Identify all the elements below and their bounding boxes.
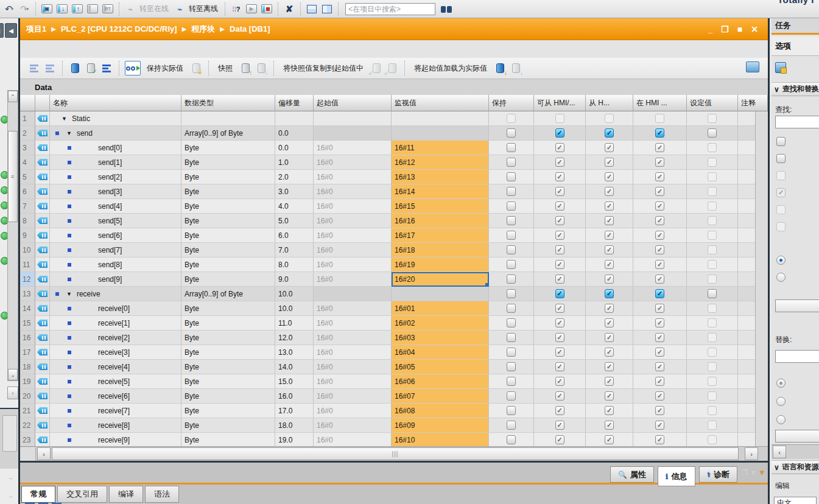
monitor-value-cell[interactable]: 16#10 [392, 433, 489, 447]
start-value-cell[interactable]: 16#0 [314, 243, 392, 257]
minimize-icon[interactable]: _ [708, 25, 712, 33]
retain-checkbox[interactable] [507, 128, 516, 138]
start-value-cell[interactable]: 16#0 [314, 331, 392, 345]
datatype-cell[interactable]: Byte [181, 389, 275, 404]
retain-checkbox[interactable] [507, 348, 516, 357]
retain-checkbox[interactable] [507, 260, 516, 269]
go-online-label[interactable]: 转至在线 [139, 4, 169, 14]
scroll-down-icon[interactable]: ⌄ [8, 369, 18, 380]
setpoint-checkbox[interactable] [708, 333, 717, 342]
retain-checkbox[interactable] [507, 333, 516, 342]
column-header-10[interactable]: 在 HMI ... [633, 95, 687, 111]
monitor-value-cell[interactable]: 16#05 [392, 360, 489, 374]
hmi-visible-checkbox[interactable]: ✓ [655, 421, 664, 430]
load-start-values-label[interactable]: 将起始值加载为实际值 [414, 63, 487, 74]
scroll-right-icon[interactable]: › [745, 447, 758, 460]
setpoint-checkbox[interactable] [708, 304, 717, 313]
name-cell[interactable]: send[1] [50, 155, 181, 170]
start-value-cell[interactable]: 16#0 [314, 418, 392, 433]
hmi-writable-checkbox[interactable]: ✓ [605, 216, 614, 225]
setpoint-checkbox[interactable] [708, 114, 717, 123]
name-cell[interactable]: receive[4] [50, 360, 181, 374]
scroll-left-icon[interactable]: ‹ [773, 446, 786, 458]
hmi-visible-checkbox[interactable]: ✓ [655, 289, 664, 298]
hidden-text-checkbox[interactable]: ✓ [776, 188, 786, 197]
column-header-12[interactable]: 注释 [738, 95, 768, 111]
hmi-accessible-checkbox[interactable]: ✓ [555, 391, 564, 401]
replace-button[interactable] [775, 430, 819, 443]
row-number[interactable]: 8 [20, 214, 35, 228]
datatype-cell[interactable]: Byte [181, 272, 275, 287]
start-value-cell[interactable]: 16#0 [314, 184, 392, 199]
chevron-down-icon[interactable]: ∨ [774, 463, 779, 472]
datatype-cell[interactable]: Byte [181, 374, 275, 389]
tree-scroll-right-icon[interactable]: › [7, 387, 18, 399]
runtime-icon[interactable]: RT [101, 2, 114, 16]
start-value-cell[interactable]: 16#0 [314, 155, 392, 170]
hmi-visible-checkbox[interactable]: ✓ [655, 333, 664, 342]
row-number[interactable]: 16 [20, 331, 35, 345]
scroll-left-icon[interactable]: ‹ [37, 447, 51, 460]
datatype-cell[interactable]: Byte [181, 155, 275, 170]
hmi-visible-checkbox[interactable]: ✓ [655, 348, 664, 357]
upload-from-device-icon[interactable]: ↑ [71, 2, 84, 16]
start-value-cell[interactable] [314, 126, 392, 141]
hmi-visible-checkbox[interactable]: ✓ [655, 377, 664, 386]
setpoint-checkbox[interactable] [708, 377, 717, 386]
name-cell[interactable]: ▼send [50, 126, 181, 141]
find-replace-section[interactable]: ∨ 查找和替换 [772, 82, 819, 96]
setpoint-checkbox[interactable] [708, 260, 717, 269]
scroll-up-icon[interactable]: ⌃ [8, 91, 18, 102]
hmi-visible-checkbox[interactable]: ✓ [655, 245, 664, 254]
name-cell[interactable]: ▼receive [50, 287, 181, 301]
setpoint-checkbox[interactable] [708, 201, 717, 211]
row-number[interactable]: 1 [20, 111, 35, 126]
find-replace-icon[interactable] [775, 62, 786, 73]
name-cell[interactable]: send[2] [50, 170, 181, 184]
setpoint-checkbox[interactable] [708, 391, 717, 401]
retain-checkbox[interactable] [507, 377, 516, 386]
save-window-icon[interactable]: ▣ [40, 2, 54, 16]
setpoint-checkbox[interactable] [708, 275, 717, 284]
retain-checkbox[interactable] [507, 245, 516, 254]
setpoint-checkbox[interactable] [708, 245, 717, 254]
replace-input[interactable] [775, 350, 819, 363]
scrollbar-thumb[interactable]: ||| [52, 447, 739, 460]
bottom-tab-1[interactable]: 交叉引用 [57, 486, 107, 503]
download-to-device-icon[interactable]: ↓ [55, 2, 69, 16]
start-value-cell[interactable] [314, 111, 392, 126]
whole-words-checkbox[interactable] [776, 137, 786, 146]
setpoint-checkbox[interactable] [708, 172, 717, 181]
reset-start-values-icon[interactable] [68, 61, 82, 75]
panel-scrollbar[interactable]: ‹ [772, 444, 819, 459]
name-cell[interactable]: receive[7] [50, 404, 181, 418]
setpoint-checkbox[interactable] [708, 348, 717, 357]
start-value-cell[interactable]: 16#0 [314, 316, 392, 331]
hmi-writable-checkbox[interactable]: ✓ [605, 362, 614, 371]
retain-checkbox[interactable] [507, 318, 516, 327]
row-number[interactable]: 4 [20, 155, 35, 170]
setpoint-checkbox[interactable] [708, 318, 717, 327]
accessible-devices-icon[interactable]: ⁞⁞? [230, 2, 243, 16]
monitor-value-cell[interactable]: 16#08 [392, 404, 489, 418]
hmi-visible-checkbox[interactable]: ✓ [655, 231, 664, 240]
monitor-value-cell[interactable]: 16#20 [392, 272, 489, 287]
monitor-value-cell[interactable]: 16#18 [392, 243, 489, 257]
retain-checkbox[interactable] [507, 114, 516, 123]
datatype-cell[interactable]: Byte [181, 360, 275, 374]
column-header-8[interactable]: 可从 HMI/... [534, 95, 586, 111]
float-icon[interactable]: ❐ [721, 25, 729, 33]
start-value-cell[interactable]: 16#0 [314, 389, 392, 404]
hmi-writable-checkbox[interactable]: ✓ [605, 143, 614, 152]
row-number[interactable]: 14 [20, 301, 35, 316]
hmi-visible-checkbox[interactable]: ✓ [655, 201, 664, 211]
monitor-value-cell[interactable]: 16#14 [392, 184, 489, 199]
expander-icon[interactable]: ▼ [62, 116, 67, 122]
match-case-checkbox[interactable] [776, 154, 786, 163]
datatype-cell[interactable]: Array[0..9] of Byte [181, 126, 275, 141]
hmi-writable-checkbox[interactable]: ✓ [605, 231, 614, 240]
hmi-writable-checkbox[interactable]: ✓ [605, 406, 614, 415]
split-horizontal-icon[interactable] [305, 2, 318, 16]
hmi-writable-checkbox[interactable] [605, 114, 614, 123]
bottom-tab-3[interactable]: 语法 [145, 486, 179, 503]
